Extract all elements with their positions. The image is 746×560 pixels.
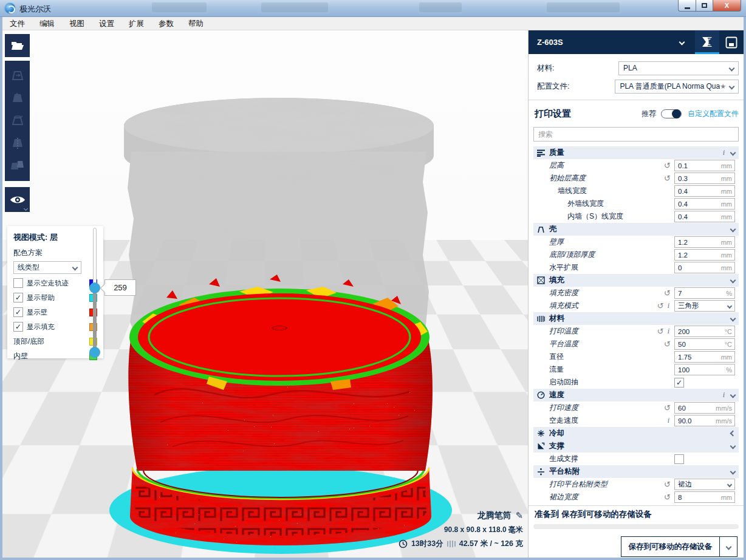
custom-profile-link[interactable]: 自定义配置文件 (688, 109, 739, 119)
line-width-input[interactable]: 0.4mm (674, 185, 735, 197)
window-title: 极光尔沃 (19, 4, 51, 15)
section-material[interactable]: 材料 (533, 312, 739, 325)
top-bottom-thickness-input[interactable]: 1.2mm (674, 249, 735, 261)
reset-icon[interactable]: ↺ (664, 162, 671, 169)
open-folder-icon (11, 40, 24, 51)
printing-temperature-input[interactable]: 200°C (674, 326, 735, 337)
layer-slider-bottom-handle[interactable] (89, 347, 100, 358)
section-quality[interactable]: 质量 i (533, 146, 739, 159)
chevron-down-icon (729, 65, 735, 71)
reset-icon[interactable]: ↺ (664, 493, 671, 501)
print-speed-input[interactable]: 60mm/s (674, 402, 735, 414)
layer-slider[interactable] (92, 228, 97, 357)
chevron-down-icon (730, 316, 736, 322)
section-speed[interactable]: 速度 i (533, 389, 739, 401)
clock-icon (399, 539, 408, 548)
menu-file[interactable]: 文件 (2, 17, 32, 30)
reset-icon[interactable]: ↺ (664, 404, 671, 412)
save-options-chevron[interactable] (719, 537, 737, 556)
color-scheme-label: 配色方案 (13, 248, 97, 258)
show-travels-label: 显示空走轨迹 (27, 279, 89, 288)
initial-layer-height-input[interactable]: 0.3mm (674, 172, 735, 184)
inner-wall-line-width-input[interactable]: 0.4mm (674, 211, 735, 222)
menu-help[interactable]: 帮助 (181, 17, 211, 30)
setting-row-horizontal-expansion: 水平扩展 0mm (533, 261, 739, 274)
enable-retraction-checkbox[interactable]: ✓ (674, 378, 684, 388)
profile-select[interactable]: PLA 普通质量(PLA Norma Qua ★ (615, 80, 739, 94)
section-cooling[interactable]: 冷却 (533, 427, 739, 440)
layer-slider-track-upper[interactable] (93, 228, 97, 289)
settings-search[interactable] (533, 127, 739, 142)
layer-height-input[interactable]: 0.1mm (674, 160, 735, 171)
reset-icon[interactable]: ↺ (664, 289, 671, 297)
menu-parameters[interactable]: 参数 (151, 17, 181, 30)
menu-view[interactable]: 视图 (62, 17, 92, 30)
layer-slider-track-lower[interactable] (93, 287, 97, 353)
layer-slider-top-handle[interactable] (89, 282, 100, 293)
tab-monitor[interactable] (719, 30, 744, 54)
show-helpers-checkbox[interactable]: ✓ (13, 293, 23, 302)
outer-wall-line-width-input[interactable]: 0.4mm (674, 198, 735, 210)
info-icon[interactable]: i (723, 148, 725, 157)
maximize-button[interactable] (696, 0, 713, 12)
info-icon[interactable]: i (723, 391, 725, 400)
chevron-down-icon (72, 265, 78, 271)
info-icon[interactable]: i (668, 327, 669, 336)
adhesion-type-select[interactable]: 裙边 (674, 479, 735, 490)
view-mode-title: 视图模式: 层 (13, 232, 97, 243)
show-travels-checkbox[interactable] (13, 278, 23, 288)
print-settings-title: 打印设置 (533, 108, 642, 120)
show-infill-checkbox[interactable]: ✓ (13, 322, 23, 332)
show-shell-checkbox[interactable]: ✓ (13, 307, 23, 317)
rotate-tool-button[interactable] (7, 111, 28, 131)
viewport-3d[interactable]: 视图模式: 层 配色方案 线类型 显示空走轨迹 ✓ 显示帮助 ✓ (2, 30, 528, 558)
reset-icon[interactable]: ↺ (664, 340, 671, 348)
reset-icon[interactable]: ↺ (657, 327, 664, 335)
bed-temperature-input[interactable]: 50°C (674, 338, 735, 350)
flow-input[interactable]: 100% (674, 364, 735, 375)
section-infill[interactable]: 填充 (533, 274, 739, 287)
reset-icon[interactable]: ↺ (657, 302, 664, 310)
open-file-button[interactable] (7, 35, 28, 56)
close-button[interactable]: X (713, 0, 741, 12)
tab-print-setup[interactable] (695, 30, 719, 54)
info-icon[interactable]: i (668, 301, 669, 310)
section-support[interactable]: 支撑 (533, 440, 739, 452)
minimize-button[interactable] (678, 0, 696, 12)
reset-icon[interactable]: ↺ (664, 174, 671, 182)
machine-header[interactable]: Z-603S (529, 30, 744, 54)
diameter-input[interactable]: 1.75mm (674, 351, 735, 363)
material-select[interactable]: PLA (618, 61, 739, 75)
infill-density-input[interactable]: 7% (674, 287, 735, 299)
menu-settings[interactable]: 设置 (92, 17, 121, 30)
titlebar-artifact (152, 2, 207, 12)
titlebar[interactable]: 极光尔沃 X (0, 0, 746, 17)
menu-edit[interactable]: 编辑 (32, 17, 62, 30)
scale-tool-button[interactable] (7, 88, 28, 109)
save-to-removable-drive-button[interactable]: 保存到可移动的存储设备 (621, 536, 738, 557)
travel-speed-input[interactable]: 90.0mm/s (674, 415, 735, 426)
slice-progress-bar (533, 524, 739, 529)
section-adhesion[interactable]: 平台粘附 (533, 465, 739, 478)
move-tool-button[interactable] (7, 66, 28, 86)
reset-icon[interactable]: ↺ (664, 480, 671, 488)
section-shell[interactable]: 壳 (533, 223, 739, 236)
settings-search-input[interactable] (534, 130, 738, 138)
color-scheme-select[interactable]: 线类型 (13, 261, 81, 274)
wall-thickness-input[interactable]: 1.2mm (674, 236, 735, 248)
model-3d-view[interactable] (87, 91, 476, 558)
skirt-width-input[interactable]: 8mm (674, 491, 735, 503)
horizontal-expansion-input[interactable]: 0mm (674, 262, 735, 273)
mirror-tool-button[interactable] (7, 133, 28, 154)
menu-extensions[interactable]: 扩展 (121, 17, 151, 30)
recommended-custom-toggle[interactable] (661, 109, 682, 118)
infill-pattern-select[interactable]: 三角形 (674, 300, 735, 312)
rename-pencil-icon[interactable]: ✎ (515, 510, 523, 521)
material-label: 材料: (533, 63, 618, 73)
speed-gauge-icon (536, 391, 546, 399)
machine-chevron-down-icon (679, 39, 685, 46)
per-model-settings-button[interactable] (7, 155, 28, 176)
generate-support-checkbox[interactable] (674, 454, 684, 464)
info-icon[interactable]: i (668, 416, 669, 425)
model-name: 龙腾笔筒 (477, 510, 511, 521)
